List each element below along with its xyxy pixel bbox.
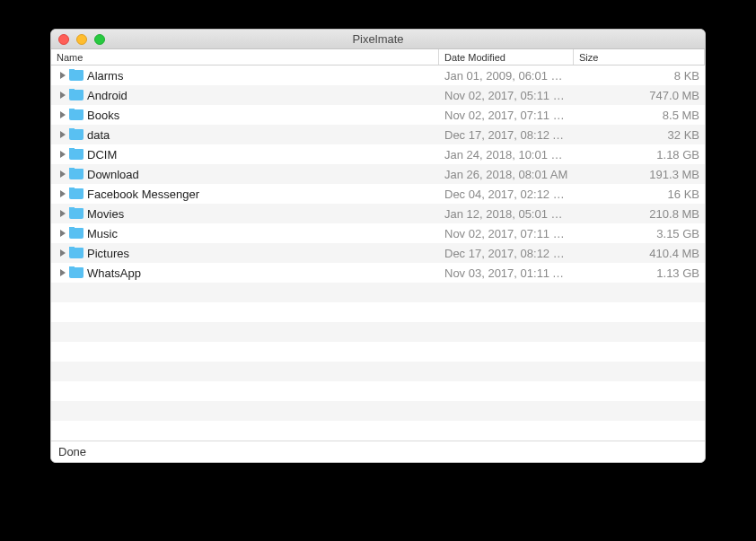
table-row[interactable]: DCIMJan 24, 2018, 10:01 PM1.18 GB <box>51 144 705 164</box>
file-list: AlarmsJan 01, 2009, 06:01 PM8 KBAndroidN… <box>51 65 705 441</box>
cell-date: Nov 02, 2017, 07:11 PM <box>439 109 574 122</box>
file-name: Alarms <box>87 69 123 83</box>
empty-row <box>51 283 705 302</box>
empty-row <box>51 421 705 441</box>
cell-date: Nov 02, 2017, 05:11 PM <box>439 89 574 102</box>
window-title: Pixelmate <box>51 32 705 46</box>
folder-icon <box>69 169 84 179</box>
folder-icon <box>69 70 84 81</box>
file-name: DCIM <box>87 148 117 161</box>
cell-size: 410.4 MB <box>574 247 705 260</box>
cell-size: 3.15 GB <box>574 227 705 240</box>
disclosure-triangle-icon[interactable] <box>60 92 66 99</box>
folder-icon <box>69 129 84 140</box>
cell-name: Movies <box>51 207 439 221</box>
folder-icon <box>69 208 84 219</box>
cell-date: Jan 26, 2018, 08:01 AM <box>439 168 574 181</box>
traffic-lights <box>58 34 105 45</box>
status-text: Done <box>58 445 86 458</box>
cell-date: Dec 17, 2017, 08:12 A… <box>439 128 574 142</box>
file-name: Download <box>87 168 139 181</box>
header-date[interactable]: Date Modified <box>439 49 574 65</box>
cell-size: 8.5 MB <box>574 109 705 122</box>
disclosure-triangle-icon[interactable] <box>60 111 66 118</box>
close-icon[interactable] <box>58 34 69 45</box>
cell-name: Books <box>51 109 439 122</box>
status-bar: Done <box>51 441 705 462</box>
empty-row <box>51 381 705 401</box>
disclosure-triangle-icon[interactable] <box>60 131 66 138</box>
cell-size: 16 KB <box>574 188 705 201</box>
file-name: Movies <box>87 207 124 221</box>
table-row[interactable]: MoviesJan 12, 2018, 05:01 PM210.8 MB <box>51 204 705 223</box>
cell-name: Music <box>51 227 439 240</box>
disclosure-triangle-icon[interactable] <box>60 210 66 217</box>
folder-icon <box>69 109 84 120</box>
empty-row <box>51 342 705 362</box>
cell-name: Pictures <box>51 247 439 260</box>
disclosure-triangle-icon[interactable] <box>60 72 66 79</box>
folder-icon <box>69 267 84 278</box>
cell-name: Facebook Messenger <box>51 188 439 201</box>
table-row[interactable]: BooksNov 02, 2017, 07:11 PM8.5 MB <box>51 105 705 125</box>
file-name: WhatsApp <box>87 266 141 280</box>
cell-date: Dec 17, 2017, 08:12 P… <box>439 247 574 260</box>
cell-name: Android <box>51 89 439 102</box>
disclosure-triangle-icon[interactable] <box>60 151 66 158</box>
folder-icon <box>69 90 84 100</box>
disclosure-triangle-icon[interactable] <box>60 190 66 197</box>
cell-size: 1.18 GB <box>574 148 705 161</box>
cell-size: 32 KB <box>574 128 705 142</box>
cell-name: Alarms <box>51 69 439 83</box>
app-window: Pixelmate Name Date Modified Size Alarms… <box>50 29 706 463</box>
folder-icon <box>69 228 84 239</box>
file-name: Music <box>87 227 118 240</box>
file-name: Facebook Messenger <box>87 188 199 201</box>
table-row[interactable]: MusicNov 02, 2017, 07:11 PM3.15 GB <box>51 223 705 243</box>
disclosure-triangle-icon[interactable] <box>60 249 66 257</box>
table-row[interactable]: PicturesDec 17, 2017, 08:12 P…410.4 MB <box>51 243 705 263</box>
cell-name: Download <box>51 168 439 181</box>
folder-icon <box>69 188 84 199</box>
cell-size: 210.8 MB <box>574 207 705 221</box>
cell-name: DCIM <box>51 148 439 161</box>
cell-size: 1.13 GB <box>574 266 705 280</box>
cell-date: Jan 01, 2009, 06:01 PM <box>439 69 574 83</box>
titlebar[interactable]: Pixelmate <box>51 30 705 49</box>
cell-size: 191.3 MB <box>574 168 705 181</box>
cell-date: Nov 03, 2017, 01:11 AM <box>439 266 574 280</box>
table-row[interactable]: DownloadJan 26, 2018, 08:01 AM191.3 MB <box>51 164 705 184</box>
folder-icon <box>69 248 84 258</box>
file-name: Android <box>87 89 127 102</box>
table-row[interactable]: AlarmsJan 01, 2009, 06:01 PM8 KB <box>51 65 705 85</box>
empty-row <box>51 302 705 322</box>
disclosure-triangle-icon[interactable] <box>60 230 66 237</box>
file-name: Books <box>87 109 119 122</box>
cell-name: WhatsApp <box>51 266 439 280</box>
empty-row <box>51 362 705 381</box>
cell-date: Jan 24, 2018, 10:01 PM <box>439 148 574 161</box>
empty-row <box>51 322 705 342</box>
table-row[interactable]: dataDec 17, 2017, 08:12 A…32 KB <box>51 125 705 144</box>
cell-date: Dec 04, 2017, 02:12 P… <box>439 188 574 201</box>
minimize-icon[interactable] <box>76 34 87 45</box>
table-row[interactable]: Facebook MessengerDec 04, 2017, 02:12 P…… <box>51 184 705 204</box>
zoom-icon[interactable] <box>94 34 105 45</box>
disclosure-triangle-icon[interactable] <box>60 170 66 178</box>
cell-date: Nov 02, 2017, 07:11 PM <box>439 227 574 240</box>
empty-row <box>51 401 705 421</box>
header-size[interactable]: Size <box>574 49 705 65</box>
file-name: Pictures <box>87 247 129 260</box>
disclosure-triangle-icon[interactable] <box>60 269 66 276</box>
header-name[interactable]: Name <box>51 49 439 65</box>
cell-date: Jan 12, 2018, 05:01 PM <box>439 207 574 221</box>
folder-icon <box>69 149 84 160</box>
file-name: data <box>87 128 110 142</box>
table-row[interactable]: AndroidNov 02, 2017, 05:11 PM747.0 MB <box>51 85 705 105</box>
table-row[interactable]: WhatsAppNov 03, 2017, 01:11 AM1.13 GB <box>51 263 705 283</box>
cell-size: 747.0 MB <box>574 89 705 102</box>
cell-size: 8 KB <box>574 69 705 83</box>
column-headers: Name Date Modified Size <box>51 49 705 65</box>
cell-name: data <box>51 128 439 142</box>
